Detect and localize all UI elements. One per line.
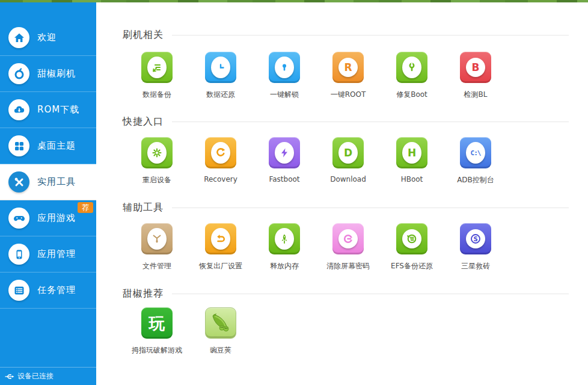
flash-tool-icon [8,63,29,84]
recommended-badge: 荐 [78,202,93,213]
app-window: 欢迎 甜椒刷机 ROM下载 桌面主题 [0,0,588,385]
sidebar-item-task-manage[interactable]: 任务管理 [0,273,96,309]
tool-efs-backup[interactable]: EFS备份还原 [380,223,444,271]
tool-data-backup[interactable]: 数据备份 [125,52,189,100]
file-manage-icon [147,228,167,250]
section-header-flash-related: 刷机相关 [123,29,569,42]
clear-password-icon [338,229,358,248]
recovery-mode-icon [211,142,230,164]
section-header-aux-tools: 辅助工具 [123,202,569,214]
tool-one-key-root[interactable]: R 一键ROOT [316,52,380,100]
tool-muzhiwan-games[interactable]: 玩 拇指玩破解游戏 [125,307,189,356]
hboot-mode-icon: H [402,142,421,164]
device-status-bar: 设备已连接 [0,367,96,385]
rom-download-icon [8,99,29,120]
tool-recovery-mode[interactable]: Recovery [189,137,253,183]
sidebar-item-flash-tool[interactable]: 甜椒刷机 [0,56,96,92]
task-manage-icon [8,280,29,301]
main-content: 刷机相关 数据备份 数据还原 [96,2,588,385]
sidebar-item-label: 任务管理 [37,285,76,296]
tool-fix-boot[interactable]: 修复Boot [380,52,444,100]
tool-wandoujia[interactable]: 豌豆荚 [189,307,253,356]
tool-samsung-unbrick[interactable]: S 三星救砖 [444,223,507,271]
svg-text:S: S [473,236,477,242]
efs-backup-icon [402,229,421,248]
section-title: 甜椒推荐 [123,288,164,300]
section-divider [172,294,569,294]
home-icon [8,27,29,48]
adb-console-icon: C:\ [466,142,485,164]
samsung-unbrick-icon: S [466,229,485,248]
sidebar-nav: 欢迎 甜椒刷机 ROM下载 桌面主题 [0,20,96,309]
sidebar-item-label: 甜椒刷机 [37,68,76,79]
sidebar-item-app-manage[interactable]: 应用管理 [0,236,96,273]
reboot-device-icon [147,142,167,164]
wandoujia-icon [205,307,236,339]
one-key-root-icon: R [338,58,358,77]
sidebar-item-welcome[interactable]: 欢迎 [0,20,96,56]
download-mode-icon: D [338,142,358,164]
section-divider [172,208,569,208]
sidebar-item-desktop-theme[interactable]: 桌面主题 [0,128,96,164]
tool-adb-console[interactable]: C:\ ADB控制台 [444,137,507,185]
sidebar-item-label: 欢迎 [37,32,57,43]
section-title: 辅助工具 [123,202,164,214]
utilities-icon [8,171,29,192]
tool-clear-password[interactable]: 清除屏幕密码 [316,223,380,271]
tool-file-manage[interactable]: 文件管理 [125,223,189,271]
tool-fastboot-mode[interactable]: Fastboot [253,137,316,183]
muzhiwan-icon: 玩 [141,307,173,339]
section-title: 快捷入口 [123,116,164,128]
fix-boot-icon [402,57,421,78]
games-icon [8,208,29,229]
check-bl-icon: B [466,58,485,77]
tool-free-memory[interactable]: 释放内存 [253,223,316,271]
sidebar-item-label: 桌面主题 [37,140,76,152]
data-backup-icon [147,57,167,78]
sidebar-item-label: 应用管理 [37,248,76,260]
fastboot-mode-icon [275,142,294,164]
desktop-theme-icon [8,135,29,156]
device-status-label: 设备已连接 [17,371,54,381]
app-manage-icon [8,244,29,265]
sidebar-item-label: 应用游戏 [37,212,76,224]
tool-download-mode[interactable]: D Download [316,137,380,183]
tool-reboot-device[interactable]: 重启设备 [125,137,189,185]
section-title: 刷机相关 [123,29,164,42]
usb-icon [4,373,15,380]
section-header-recommended: 甜椒推荐 [123,288,569,300]
one-key-unlock-icon [275,57,294,78]
factory-reset-icon [211,228,230,250]
tool-one-key-unlock[interactable]: 一键解锁 [253,52,316,100]
tool-check-bl[interactable]: B 检测BL [444,52,507,100]
sidebar: 欢迎 甜椒刷机 ROM下载 桌面主题 [0,2,96,385]
free-memory-icon [275,228,294,250]
tool-data-restore[interactable]: 数据还原 [189,52,253,100]
sidebar-item-utilities[interactable]: 实用工具 [0,164,96,200]
sidebar-item-label: 实用工具 [37,176,76,188]
tool-hboot-mode[interactable]: H HBoot [380,137,444,183]
tool-factory-reset[interactable]: 恢复出厂设置 [189,223,253,271]
section-divider [172,122,569,122]
sidebar-item-rom-download[interactable]: ROM下载 [0,92,96,128]
data-restore-icon [211,57,230,78]
sidebar-item-games[interactable]: 应用游戏 荐 [0,200,96,236]
section-divider [172,35,569,35]
section-header-quick-entry: 快捷入口 [123,116,569,128]
sidebar-item-label: ROM下载 [37,104,79,116]
